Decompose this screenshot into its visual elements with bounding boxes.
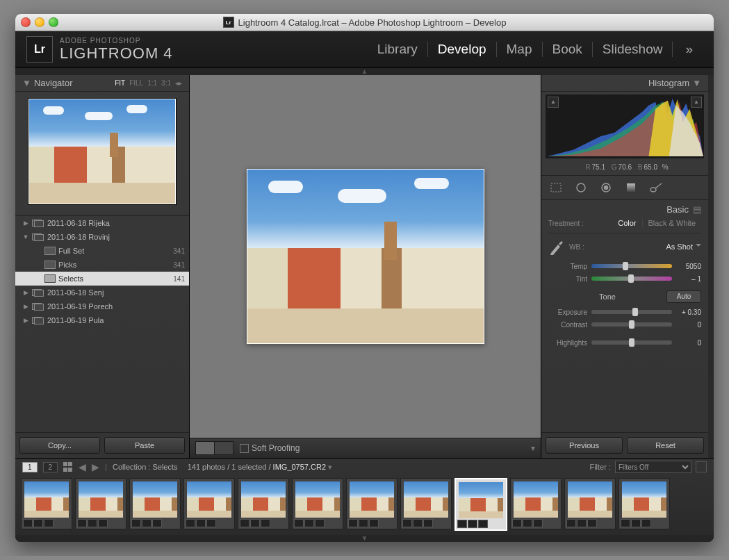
temp-slider[interactable]: Temp 5050 — [548, 260, 701, 272]
module-library[interactable]: Library — [368, 42, 428, 57]
zoom-menu-icon[interactable]: ◂▸ — [175, 79, 182, 87]
count-indicator: 141 photos / 1 selected / IMG_0757.CR2 ▾ — [183, 463, 333, 472]
graduated-filter-tool-icon[interactable] — [622, 180, 640, 195]
badge-icon — [44, 519, 54, 527]
grid-view-icon[interactable] — [63, 462, 73, 472]
module-book[interactable]: Book — [543, 42, 593, 57]
navigator-header[interactable]: ▼ Navigator FIT FILL 1:1 3:1 ◂▸ — [15, 75, 189, 92]
right-panel-grip[interactable] — [708, 75, 714, 458]
zoom-fit[interactable]: FIT — [115, 79, 125, 87]
navigator-preview[interactable] — [28, 99, 176, 204]
treatment-color[interactable]: Color — [612, 219, 642, 227]
zoom-3to1[interactable]: 3:1 — [161, 79, 171, 87]
contrast-slider[interactable]: Contrast 0 — [548, 318, 701, 331]
collection-row[interactable]: ▼2011-06-18 Rovinj — [15, 230, 189, 244]
collection-row[interactable]: Selects141 — [15, 272, 189, 286]
treatment-label: Treatment : — [548, 220, 584, 227]
main-window-button[interactable]: 1 — [22, 462, 38, 472]
svg-point-5 — [650, 188, 656, 192]
zoom-1to1[interactable]: 1:1 — [147, 79, 157, 87]
highlights-slider[interactable]: Highlights 0 — [548, 336, 701, 349]
next-photo-icon[interactable]: ▶ — [92, 461, 99, 472]
collection-row[interactable]: ▶2011-06-19 Porech — [15, 299, 189, 313]
disclosure-triangle-icon: ▼ — [692, 78, 701, 88]
module-develop[interactable]: Develop — [428, 42, 497, 57]
histogram-display[interactable] — [546, 94, 704, 158]
collection-row[interactable]: ▶2011-06-18 Rijeka — [15, 216, 189, 230]
badge-icon — [206, 519, 216, 527]
treatment-bw[interactable]: Black & White — [643, 219, 701, 227]
soft-proofing-toggle[interactable]: Soft Proofing — [240, 443, 300, 453]
badge-icon — [512, 519, 522, 527]
filmstrip-thumbnail[interactable] — [129, 478, 181, 529]
white-balance-picker-icon[interactable] — [548, 238, 564, 256]
filmstrip-thumbnail[interactable] — [510, 478, 562, 529]
collection-row[interactable]: ▶2011-06-19 Pula — [15, 313, 189, 327]
badge-icon — [294, 519, 304, 527]
badge-icon — [142, 519, 151, 527]
collection-row[interactable]: Full Set341 — [15, 244, 189, 258]
zoom-fill[interactable]: FILL — [129, 79, 143, 87]
collection-icon — [44, 261, 56, 269]
filmstrip-thumbnail[interactable] — [183, 478, 235, 529]
collection-count: 341 — [173, 261, 185, 269]
collapse-top-arrow-icon[interactable]: ▲ — [15, 68, 714, 75]
filter-label: Filter : — [589, 463, 611, 471]
redeye-tool-icon[interactable] — [597, 180, 615, 195]
source-indicator[interactable]: Collection : Selects — [113, 463, 178, 471]
checkbox-icon — [240, 444, 249, 453]
badge-icon — [577, 519, 587, 527]
histogram-header[interactable]: Histogram ▼ — [541, 75, 708, 92]
filmstrip-thumbnail[interactable] — [346, 478, 398, 529]
previous-button[interactable]: Previous — [546, 437, 623, 454]
collection-row[interactable]: ▶2011-06-18 Senj — [15, 286, 189, 299]
view-before-after-button[interactable] — [214, 441, 234, 455]
module-slideshow[interactable]: Slideshow — [593, 42, 673, 57]
collection-row[interactable]: Picks341 — [15, 258, 189, 272]
second-window-button[interactable]: 2 — [43, 462, 58, 472]
basic-panel-header[interactable]: Basic ▤ — [548, 203, 701, 216]
lightroom-logo: Lr — [26, 36, 53, 63]
badge-icon — [423, 519, 433, 527]
wb-preset-menu[interactable]: As Shot — [666, 242, 701, 251]
prev-photo-icon[interactable]: ◀ — [79, 461, 86, 472]
module-map[interactable]: Map — [497, 42, 543, 57]
toolbar-menu-icon[interactable]: ▾ — [531, 443, 535, 453]
filter-preset-menu[interactable]: Filters Off — [615, 461, 691, 473]
filmstrip-thumbnail[interactable] — [75, 478, 126, 529]
filmstrip-thumbnail[interactable] — [400, 478, 452, 529]
expand-arrow-icon: ▶ — [22, 289, 29, 296]
filmstrip[interactable] — [15, 475, 714, 535]
adjustment-brush-tool-icon[interactable] — [647, 180, 665, 195]
filmstrip-thumbnail[interactable] — [21, 478, 72, 529]
paste-button[interactable]: Paste — [104, 437, 185, 454]
disclosure-triangle-icon: ▼ — [22, 78, 31, 88]
reset-button[interactable]: Reset — [627, 437, 704, 454]
collapse-bottom-arrow-icon[interactable]: ▼ — [15, 535, 714, 542]
exposure-slider[interactable]: Exposure + 0.30 — [548, 306, 701, 318]
auto-tone-button[interactable]: Auto — [666, 290, 701, 303]
collection-name: Selects — [58, 274, 83, 283]
panel-switch-icon[interactable]: ▤ — [693, 204, 701, 215]
filmstrip-thumbnail[interactable] — [454, 478, 507, 531]
filmstrip-thumbnail[interactable] — [619, 478, 670, 529]
loupe-view[interactable] — [190, 75, 541, 438]
svg-rect-0 — [551, 183, 561, 192]
window-title: Lightroom 4 Catalog.lrcat – Adobe Photos… — [238, 17, 507, 28]
filmstrip-thumbnail[interactable] — [238, 478, 289, 529]
filter-lock-icon[interactable] — [696, 461, 707, 472]
tint-slider[interactable]: Tint – 1 — [548, 272, 701, 285]
collection-icon — [44, 274, 56, 283]
copy-button[interactable]: Copy... — [19, 437, 100, 454]
collection-set-icon — [32, 289, 44, 296]
view-loupe-button[interactable] — [195, 441, 215, 455]
collection-count: 141 — [173, 275, 185, 283]
crop-tool-icon[interactable] — [547, 180, 565, 195]
collections-tree: ▶2011-06-18 Rijeka▼2011-06-18 RovinjFull… — [15, 215, 189, 432]
module-more-icon[interactable]: » — [675, 42, 703, 57]
wb-label: WB : — [569, 243, 584, 251]
center-toolbar: Soft Proofing ▾ — [190, 438, 541, 458]
filmstrip-thumbnail[interactable] — [564, 478, 616, 529]
spot-removal-tool-icon[interactable] — [572, 180, 590, 195]
filmstrip-thumbnail[interactable] — [292, 478, 343, 529]
